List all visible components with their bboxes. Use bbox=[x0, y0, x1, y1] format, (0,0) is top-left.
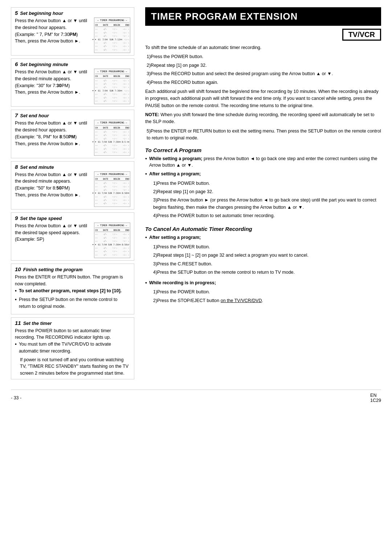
step-9-box: 9 Set the tape speed Press the Arrow but… bbox=[11, 212, 134, 261]
step-8-box: 8 Set end minute Press the Arrow button … bbox=[11, 161, 134, 209]
tv-vcr-badge: TV/VCR bbox=[342, 29, 381, 41]
step-9-text: Press the Arrow button ▲ or ▼ until the … bbox=[15, 223, 91, 258]
step-10-bullet2-text: Press the SETUP button on the remote con… bbox=[19, 296, 130, 310]
step-7-header: 7 Set end hour bbox=[15, 112, 130, 118]
cancel-bullet-1-label: After setting a program; bbox=[149, 234, 201, 241]
cancel-bullet-2-label: While recording is in progress; bbox=[149, 280, 216, 287]
step-10-header: 10 Finish setting the program bbox=[15, 266, 130, 272]
correct-section-title: To Correct A Program bbox=[145, 147, 381, 153]
step-9-number: 9 bbox=[15, 215, 18, 221]
right-step-2: 2)Repeat step [1] on page 32. bbox=[145, 62, 381, 69]
step-7-box: 7 Set end hour Press the Arrow button ▲ … bbox=[11, 110, 134, 158]
bullet-icon-cancel-1: • bbox=[145, 234, 147, 241]
cancel-step-3: 3)Press the C.RESET button. bbox=[152, 261, 381, 268]
right-note: NOTE: When you shift forward the time sc… bbox=[145, 111, 381, 126]
step-9-title: Set the tape speed bbox=[20, 216, 62, 221]
bullet-icon-1: • bbox=[15, 288, 17, 295]
step-10-bullet2: • Press the SETUP button on the remote c… bbox=[15, 296, 130, 310]
step-6-content: Press the Arrow button ▲ or ▼ until the … bbox=[15, 69, 130, 104]
bullet-icon-2: • bbox=[15, 296, 17, 310]
step-11-header: 11 Set the timer bbox=[15, 320, 130, 326]
bullet-icon-correct-1: • bbox=[145, 155, 147, 169]
bullet-icon-correct-2: • bbox=[145, 171, 147, 178]
correct-bullet-2: • After setting a program; 1)Press the P… bbox=[145, 171, 381, 221]
right-body1: Each additional push will shift forward … bbox=[145, 88, 381, 109]
footer-page: - 33 - bbox=[11, 395, 21, 400]
right-step-5: 5)Press the ENTER or RETURN button to ex… bbox=[145, 128, 381, 142]
step-11-bullet1: • You must turn off the TV/VCR/DVD to ac… bbox=[15, 341, 130, 355]
step-7-number: 7 bbox=[15, 112, 18, 118]
correct-step-1: 1)Press the POWER button. bbox=[152, 180, 381, 187]
page-container: 5 Set beginning hour Press the Arrow but… bbox=[11, 7, 381, 382]
cancel-bullet-1-steps: 1)Press the POWER button. 2)Repeat steps… bbox=[145, 244, 381, 278]
step-11-content: Press the POWER button to set automatic … bbox=[15, 327, 130, 377]
step-8-title: Set end minute bbox=[20, 164, 54, 170]
step-6-timer-display: – TIMER PROGRAMMING – CHDATEBEGINEND ---… bbox=[94, 69, 130, 104]
correct-bullet-2-label: After setting a program; bbox=[149, 171, 201, 178]
correct-bullet-1: • While setting a program; press the Arr… bbox=[145, 155, 381, 169]
step-5-header: 5 Set beginning hour bbox=[15, 10, 130, 16]
step-10-para1: Press the ENTER or RETURN button. The pr… bbox=[15, 274, 130, 288]
correct-step-4: 4)Press the POWER button to set automati… bbox=[152, 212, 381, 219]
cancel-step-1: 1)Press the POWER button. bbox=[152, 244, 381, 250]
cancel-section-title: To Cancel An Automatic Timer Recording bbox=[145, 226, 381, 232]
step-10-bullet1: • To set another program, repeat steps [… bbox=[15, 288, 130, 295]
right-step-3: 3)Press the RECORD button and select the… bbox=[145, 70, 381, 77]
cancel-bullet-2: • While recording is in progress; 1)Pres… bbox=[145, 280, 381, 306]
step-10-number: 10 bbox=[15, 266, 21, 272]
step-6-header: 6 Set beginning minute bbox=[15, 61, 130, 67]
footer-lang: EN bbox=[370, 393, 376, 398]
step-11-bullet1-text: You must turn off the TV/VCR/DVD to acti… bbox=[19, 341, 130, 355]
step-11-title: Set the timer bbox=[23, 321, 52, 326]
step-11-para2: If power is not turned off and you conti… bbox=[15, 357, 130, 377]
footer-right: EN 1C29 bbox=[370, 393, 381, 403]
cancel-step-4: 4)Press the SETUP button on the remote c… bbox=[152, 269, 381, 276]
step-9-timer-display: – TIMER PROGRAMMING – CHDATEBEGINEND ---… bbox=[94, 223, 130, 258]
bullet-icon-cancel-2: • bbox=[145, 280, 147, 287]
step-7-text: Press the Arrow button ▲ or ▼ until the … bbox=[15, 120, 91, 155]
step-8-text: Press the Arrow button ▲ or ▼ until the … bbox=[15, 171, 91, 207]
correct-step-3: 3)Press the Arrow button ► (or press the… bbox=[152, 197, 381, 211]
step-8-number: 8 bbox=[15, 164, 18, 170]
step-6-text: Press the Arrow button ▲ or ▼ until the … bbox=[15, 69, 91, 104]
right-intro: To shift the time schedule of an automat… bbox=[145, 44, 381, 51]
step-5-content: Press the Arrow button ▲ or ▼ until the … bbox=[15, 17, 130, 53]
step-9-header: 9 Set the tape speed bbox=[15, 215, 130, 221]
step-5-box: 5 Set beginning hour Press the Arrow but… bbox=[11, 7, 134, 56]
footer-code: 1C29 bbox=[370, 398, 381, 403]
title-text: TIMER PROGRAM EXTENSION bbox=[151, 11, 298, 22]
step-5-timer-display: – TIMER PROGRAMMING – CHDATEBEGINEND ---… bbox=[94, 17, 130, 53]
step-8-header: 8 Set end minute bbox=[15, 164, 130, 170]
bullet-icon-3: • bbox=[15, 341, 17, 355]
step-11-para1: Press the POWER button to set automatic … bbox=[15, 327, 130, 341]
step-10-title: Finish setting the program bbox=[23, 267, 83, 272]
step-6-title: Set beginning minute bbox=[20, 62, 68, 67]
correct-bullet-1-text: While setting a program; press the Arrow… bbox=[149, 155, 381, 169]
left-column: 5 Set beginning hour Press the Arrow but… bbox=[11, 7, 134, 382]
right-step-1: 1)Press the POWER button. bbox=[145, 53, 381, 60]
step-8-timer-display: – TIMER PROGRAMMING – CHDATEBEGINEND ---… bbox=[94, 171, 130, 207]
cancel-while-step-1: 1)Press the POWER button. bbox=[152, 289, 381, 296]
badge-area: TV/VCR bbox=[145, 29, 381, 44]
step-6-box: 6 Set beginning minute Press the Arrow b… bbox=[11, 58, 134, 107]
step-7-timer-display: – TIMER PROGRAMMING – CHDATEBEGINEND ---… bbox=[94, 120, 130, 155]
cancel-while-step-2: 2)Press the STOP/EJECT button on the TV/… bbox=[152, 297, 381, 304]
step-5-title: Set beginning hour bbox=[20, 11, 63, 16]
step-7-content: Press the Arrow button ▲ or ▼ until the … bbox=[15, 120, 130, 155]
cancel-bullet-2-steps: 1)Press the POWER button. 2)Press the ST… bbox=[145, 289, 381, 306]
correct-step-2: 2)Repeat step [1] on page 32. bbox=[152, 188, 381, 195]
step-8-content: Press the Arrow button ▲ or ▼ until the … bbox=[15, 171, 130, 207]
cancel-step-2: 2)Repeat steps [1] ~ [2] on page 32 and … bbox=[152, 252, 381, 259]
correct-bullet-2-steps: 1)Press the POWER button. 2)Repeat step … bbox=[145, 180, 381, 221]
page-title: TIMER PROGRAM EXTENSION bbox=[145, 7, 381, 26]
page-footer: - 33 - EN 1C29 bbox=[11, 390, 381, 403]
right-column: TIMER PROGRAM EXTENSION TV/VCR To shift … bbox=[142, 7, 381, 382]
step-11-box: 11 Set the timer Press the POWER button … bbox=[11, 317, 134, 379]
step-5-text: Press the Arrow button ▲ or ▼ until the … bbox=[15, 17, 91, 53]
step-5-number: 5 bbox=[15, 10, 18, 16]
step-9-content: Press the Arrow button ▲ or ▼ until the … bbox=[15, 223, 130, 258]
step-10-bullet1-text: To set another program, repeat steps [2]… bbox=[19, 288, 122, 295]
cancel-bullet-1: • After setting a program; 1)Press the P… bbox=[145, 234, 381, 277]
step-10-box: 10 Finish setting the program Press the … bbox=[11, 264, 134, 314]
step-10-content: Press the ENTER or RETURN button. The pr… bbox=[15, 274, 130, 310]
